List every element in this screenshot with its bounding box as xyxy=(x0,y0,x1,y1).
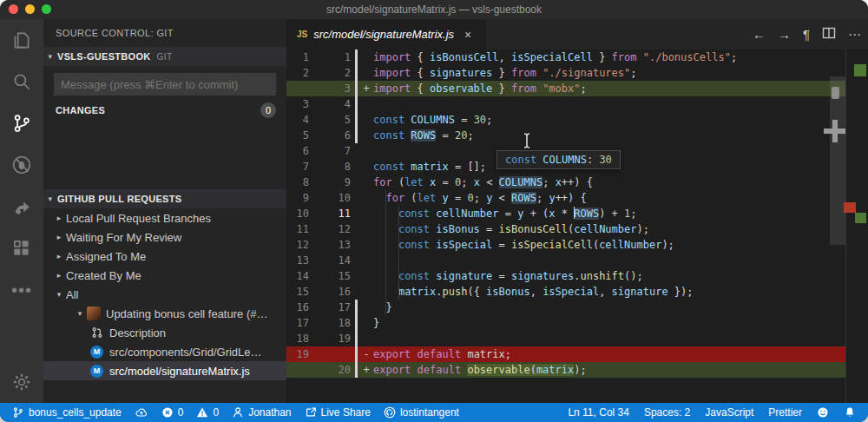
code-line[interactable]: 1314 xyxy=(286,253,845,268)
window-controls xyxy=(9,4,51,14)
code-line[interactable]: 1617 } xyxy=(286,300,845,315)
source-control-icon xyxy=(10,112,33,135)
status-notifications[interactable] xyxy=(844,406,856,419)
old-line-number xyxy=(286,362,309,378)
tree-item[interactable]: Msrc/components/Grid/GridLe… xyxy=(43,342,286,361)
code-line[interactable]: 1718} xyxy=(286,315,845,331)
code-line[interactable]: 1112 const isBonus = isBonusCell(cellNum… xyxy=(286,221,845,237)
tree-item[interactable]: ▸Assigned To Me xyxy=(43,247,286,266)
hover-tooltip: const COLUMNS: 30 xyxy=(496,150,621,169)
tree-item[interactable]: ▸Waiting For My Review xyxy=(43,227,286,247)
code-line[interactable]: 910 for (let y = 0; y < ROWS; y++) { xyxy=(286,190,845,206)
code-line[interactable]: 22import { signatures } from "./signatur… xyxy=(286,65,845,81)
code-line[interactable]: 34 xyxy=(286,96,845,112)
status-live-share[interactable]: Live Share xyxy=(305,406,371,419)
sidebar-title: SOURCE CONTROL: GIT xyxy=(56,28,174,38)
code-viewport[interactable]: 11import { isBonusCell, isSpecialCell } … xyxy=(286,49,868,403)
old-line-number: 4 xyxy=(286,112,309,128)
status-github-account[interactable]: lostintangent xyxy=(384,406,459,419)
code-text: import { isBonusCell, isSpecialCell } fr… xyxy=(373,49,737,65)
tab-signature-matrix[interactable]: JS src/model/signatureMatrix.js × xyxy=(286,19,486,49)
add-comment-plus-icon[interactable] xyxy=(824,129,846,134)
minimap-diff-mark xyxy=(844,202,856,213)
status-indentation[interactable]: Spaces: 2 xyxy=(644,406,690,419)
diff-marker xyxy=(359,128,373,143)
minimize-window-button[interactable] xyxy=(25,4,35,14)
activity-search-button[interactable] xyxy=(0,61,43,102)
activity-debug-disabled-button[interactable] xyxy=(0,144,43,186)
diff-marker xyxy=(359,96,373,112)
diff-marker xyxy=(359,300,373,315)
activity-share-button[interactable] xyxy=(0,186,43,227)
status-warnings[interactable]: 0 xyxy=(196,406,219,419)
tree-item[interactable]: ▾All xyxy=(43,285,286,304)
code-line[interactable]: 1819 xyxy=(286,331,845,346)
tree-item[interactable]: ▸Created By Me xyxy=(43,266,286,285)
gear-icon xyxy=(11,372,32,392)
code-text: for (let x = 0; x < COLUMNS; x++) { xyxy=(373,175,593,190)
activity-source-control-button[interactable] xyxy=(0,102,43,144)
chevron-collapsed-icon: ▸ xyxy=(52,271,66,280)
status-errors[interactable]: 0 xyxy=(161,406,184,419)
changes-section-header[interactable]: CHANGES 0 xyxy=(43,101,286,120)
split-editor-button[interactable] xyxy=(822,27,836,42)
tree-item[interactable]: ▸Local Pull Request Branches xyxy=(43,208,286,227)
code-line[interactable]: 1213 const isSpecial = isSpecialCell(cel… xyxy=(286,237,845,253)
activity-bar-bottom xyxy=(0,361,43,403)
code-text: import { observable } from "mobx"; xyxy=(373,81,587,96)
navigate-back-button[interactable]: ← xyxy=(753,27,766,42)
tab-close-icon[interactable]: × xyxy=(464,28,471,42)
line-number: 15 xyxy=(309,268,351,284)
github-pr-section-header[interactable]: ▾ GITHUB PULL REQUESTS xyxy=(43,189,286,208)
more-actions-button[interactable]: ⋯ xyxy=(848,27,861,43)
status-feedback[interactable] xyxy=(817,406,829,419)
chevron-expanded-icon: ▾ xyxy=(43,195,57,203)
zoom-window-button[interactable] xyxy=(42,4,51,14)
tree-item[interactable]: Description xyxy=(43,323,286,342)
activity-extensions-button[interactable] xyxy=(0,227,43,269)
comment-range-bar xyxy=(351,175,359,190)
tree-item[interactable]: ▾Updating bonus cell feature (#… xyxy=(43,304,286,323)
toggle-render-whitespace-button[interactable]: ¶ xyxy=(803,27,810,42)
code-line[interactable]: 1011 const cellNumber = y + (x * ROWS) +… xyxy=(286,206,845,221)
code-line[interactable]: 89for (let x = 0; x < COLUMNS; x++) { xyxy=(286,175,845,190)
modified-file-badge: M xyxy=(90,365,103,378)
status-sync[interactable] xyxy=(135,406,148,419)
chevron-expanded-icon: ▾ xyxy=(52,290,66,299)
commit-message-input[interactable] xyxy=(54,73,276,96)
activity-explorer-button[interactable] xyxy=(0,19,43,61)
comment-range-bar xyxy=(351,128,359,143)
editor-scrollbar[interactable] xyxy=(830,76,846,245)
code-line[interactable]: 1516 matrix.push({ isBonus, isSpecial, s… xyxy=(286,284,845,300)
close-window-button[interactable] xyxy=(9,4,18,14)
code-text: const signature = signatures.unshift(); xyxy=(373,268,643,284)
status-branch-indicator[interactable]: bonus_cells_update xyxy=(12,406,122,419)
activity-settings-button[interactable] xyxy=(0,361,43,403)
status-language-mode[interactable]: JavaScript xyxy=(705,406,753,419)
scm-provider-header[interactable]: ▾ VSLS-GUESTBOOK GIT xyxy=(43,47,286,66)
status-formatter[interactable]: Prettier xyxy=(768,406,802,419)
status-cursor-position[interactable]: Ln 11, Col 34 xyxy=(568,406,629,419)
activity-more-button[interactable]: ••• xyxy=(0,269,43,311)
status-user[interactable]: Jonathan xyxy=(232,406,291,419)
code-line[interactable]: 45const COLUMNS = 30; xyxy=(286,112,845,128)
code-line[interactable]: 56const ROWS = 20; xyxy=(286,128,845,143)
code-line[interactable]: 11import { isBonusCell, isSpecialCell } … xyxy=(286,49,845,65)
navigate-forward-button[interactable]: → xyxy=(778,27,791,42)
tree-item-label: src/components/Grid/GridLe… xyxy=(109,346,262,359)
code-line[interactable]: 3+import { observable } from "mobx"; xyxy=(286,81,845,96)
comment-range-bar xyxy=(351,65,359,81)
comment-range-bar xyxy=(351,346,359,362)
comment-range-bar xyxy=(351,237,359,253)
pr-author-avatar xyxy=(87,307,101,320)
warning-icon xyxy=(196,406,208,419)
code-line[interactable]: 20+export default observable(matrix); xyxy=(286,362,845,378)
code-text: const ROWS = 20; xyxy=(373,128,474,143)
scm-provider-label: VSLS-GUESTBOOK xyxy=(57,51,151,62)
code-line[interactable]: 1415 const signature = signatures.unshif… xyxy=(286,268,845,284)
status-label: Ln 11, Col 34 xyxy=(568,406,629,419)
old-line-number: 1 xyxy=(286,49,309,65)
code-line[interactable]: 19-export default matrix; xyxy=(286,346,845,362)
scrollbar-handle[interactable] xyxy=(832,87,839,99)
tree-item[interactable]: Msrc/model/signatureMatrix.js xyxy=(43,361,286,380)
